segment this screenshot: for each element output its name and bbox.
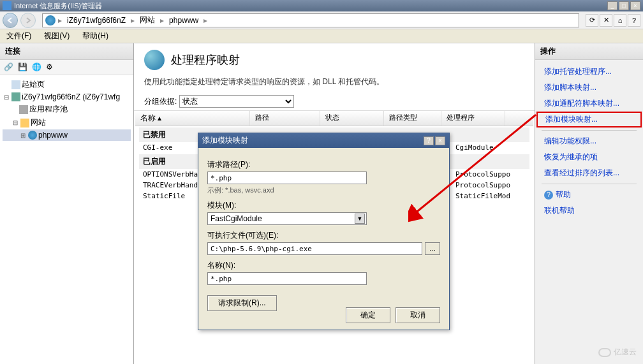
col-path[interactable]: 路径 <box>250 111 320 126</box>
breadcrumb-server[interactable]: iZ6y71wfg66f6nZ <box>64 15 128 26</box>
menu-help[interactable]: 帮助(H) <box>80 29 111 43</box>
groupby-select[interactable]: 状态 <box>179 95 294 108</box>
collapse-icon[interactable]: ⊟ <box>3 94 10 101</box>
menu-view[interactable]: 视图(V) <box>41 29 72 43</box>
connect-icon[interactable]: 🔗 <box>4 62 14 73</box>
help-icon: ? <box>544 191 553 200</box>
module-label: 模块(M): <box>207 200 440 211</box>
dialog-title: 添加模块映射 <box>202 135 248 146</box>
menu-file[interactable]: 文件(F) <box>4 29 34 43</box>
chevron-right-icon: ▸ <box>131 16 135 25</box>
table-header: 名称 ▴ 路径 状态 路径类型 处理程序 <box>135 111 533 126</box>
breadcrumb-bar[interactable]: ▸ iZ6y71wfg66f6nZ ▸ 网站 ▸ phpwww ▸ <box>42 13 579 27</box>
actions-header: 操作 <box>535 43 643 60</box>
close-button[interactable]: × <box>630 1 640 10</box>
chevron-down-icon: ▼ <box>355 214 365 224</box>
request-limit-button[interactable]: 请求限制(R)... <box>207 295 277 311</box>
browse-button[interactable]: ... <box>425 242 440 255</box>
example-hint: 示例: *.bas, wsvc.axd <box>207 186 440 195</box>
home-icon[interactable]: ⌂ <box>614 14 626 27</box>
col-handler[interactable]: 处理程序 <box>441 111 505 126</box>
dialog-close-button[interactable]: × <box>435 136 445 145</box>
gear-icon[interactable]: ⚙ <box>46 62 56 73</box>
tree-label: 起始页 <box>22 79 45 90</box>
tree-label: phpwww <box>38 131 68 140</box>
connections-title: 连接 <box>5 46 20 57</box>
breadcrumb-site[interactable]: phpwww <box>166 15 201 26</box>
window-titlebar: Internet 信息服务(IIS)管理器 _ □ × <box>0 0 643 11</box>
col-name[interactable]: 名称 ▴ <box>135 111 250 126</box>
server-icon <box>11 92 20 101</box>
expand-icon[interactable]: ⊞ <box>19 132 27 139</box>
cell-handler: StaticFileMod <box>455 192 510 200</box>
feature-icon <box>144 50 165 70</box>
action-online-help[interactable]: 联机帮助 <box>535 203 643 219</box>
collapse-icon[interactable]: ⊟ <box>11 119 19 126</box>
action-add-managed[interactable]: 添加托管处理程序... <box>535 64 643 80</box>
tree-label: 网站 <box>31 117 46 128</box>
arrow-left-icon <box>6 17 14 24</box>
action-add-wildcard[interactable]: 添加通配符脚本映射... <box>535 96 643 112</box>
action-revert[interactable]: 恢复为继承的项 <box>535 149 643 165</box>
request-path-input[interactable] <box>207 171 367 184</box>
nav-toolbar: ▸ iZ6y71wfg66f6nZ ▸ 网站 ▸ phpwww ▸ ⟳ ✕ ⌂ … <box>0 11 643 29</box>
module-value: FastCgiModule <box>211 214 262 223</box>
minimize-button[interactable]: _ <box>607 1 617 10</box>
chevron-right-icon: ▸ <box>58 16 62 25</box>
refresh-icon[interactable]: ⟳ <box>586 14 598 27</box>
window-title: Internet 信息服务(IIS)管理器 <box>14 1 607 11</box>
menubar: 文件(F) 视图(V) 帮助(H) <box>0 29 643 43</box>
forward-button[interactable] <box>20 13 36 28</box>
col-state[interactable]: 状态 <box>320 111 384 126</box>
dialog-help-button[interactable]: ? <box>424 136 434 145</box>
executable-input[interactable] <box>207 242 422 255</box>
cell-handler: ProtocolSuppo <box>455 181 510 189</box>
module-select[interactable]: FastCgiModule ▼ <box>207 212 367 225</box>
back-button[interactable] <box>3 13 18 28</box>
page-title: 处理程序映射 <box>171 52 240 68</box>
request-path-label: 请求路径(P): <box>207 159 440 170</box>
sort-icon: ▴ <box>158 113 161 122</box>
folder-icon <box>20 119 29 127</box>
maximize-button[interactable]: □ <box>619 1 629 10</box>
cancel-button[interactable]: 取消 <box>395 307 440 323</box>
action-edit-permissions[interactable]: 编辑功能权限... <box>535 133 643 149</box>
site-icon <box>28 131 37 140</box>
action-add-script[interactable]: 添加脚本映射... <box>535 80 643 96</box>
connections-header: 连接 <box>0 43 133 60</box>
action-help[interactable]: ?帮助 <box>535 187 643 203</box>
pool-icon <box>19 105 28 114</box>
help-icon[interactable]: ? <box>628 14 640 27</box>
tree-apppool[interactable]: 应用程序池 <box>3 103 131 116</box>
app-icon <box>3 1 11 10</box>
filter-label: 分组依据: <box>144 96 177 107</box>
chevron-right-icon: ▸ <box>203 16 207 25</box>
world-icon[interactable]: 🌐 <box>32 62 42 73</box>
name-label: 名称(N): <box>207 260 440 271</box>
breadcrumb-sites[interactable]: 网站 <box>137 13 158 27</box>
tree-label: iZ6y71wfg66f6nZ (iZ6y71wfg <box>22 92 120 101</box>
save-icon[interactable]: 💾 <box>18 62 28 73</box>
arrow-right-icon <box>24 17 32 24</box>
tree-startpage[interactable]: 起始页 <box>3 78 131 91</box>
cell-handler: CgiModule <box>455 143 494 152</box>
cell-handler: ProtocolSuppo <box>455 170 510 178</box>
home-icon <box>11 80 20 89</box>
page-description: 使用此功能指定处理特定请求类型的响应的资源，如 DLL 和托管代码。 <box>134 76 535 92</box>
watermark-text: 亿速云 <box>614 347 637 358</box>
tree-label: 应用程序池 <box>29 104 68 115</box>
action-view-sorted[interactable]: 查看经过排序的列表... <box>535 165 643 181</box>
col-pathtype[interactable]: 路径类型 <box>384 111 441 126</box>
watermark: 亿速云 <box>598 347 637 358</box>
connections-tree: 起始页 ⊟ iZ6y71wfg66f6nZ (iZ6y71wfg 应用程序池 ⊟… <box>0 75 133 364</box>
tree-sites[interactable]: ⊟ 网站 <box>3 116 131 129</box>
tree-site-phpwww[interactable]: ⊞ phpwww <box>3 129 131 141</box>
stop-icon[interactable]: ✕ <box>600 14 612 27</box>
ok-button[interactable]: 确定 <box>346 307 390 323</box>
action-add-module[interactable]: 添加模块映射... <box>536 112 642 127</box>
chevron-right-icon: ▸ <box>160 16 164 25</box>
dialog-titlebar: 添加模块映射 ? × <box>198 133 449 148</box>
actions-panel: 操作 添加托管处理程序... 添加脚本映射... 添加通配符脚本映射... 添加… <box>535 43 643 364</box>
tree-server[interactable]: ⊟ iZ6y71wfg66f6nZ (iZ6y71wfg <box>3 91 131 103</box>
name-input[interactable] <box>207 272 367 285</box>
